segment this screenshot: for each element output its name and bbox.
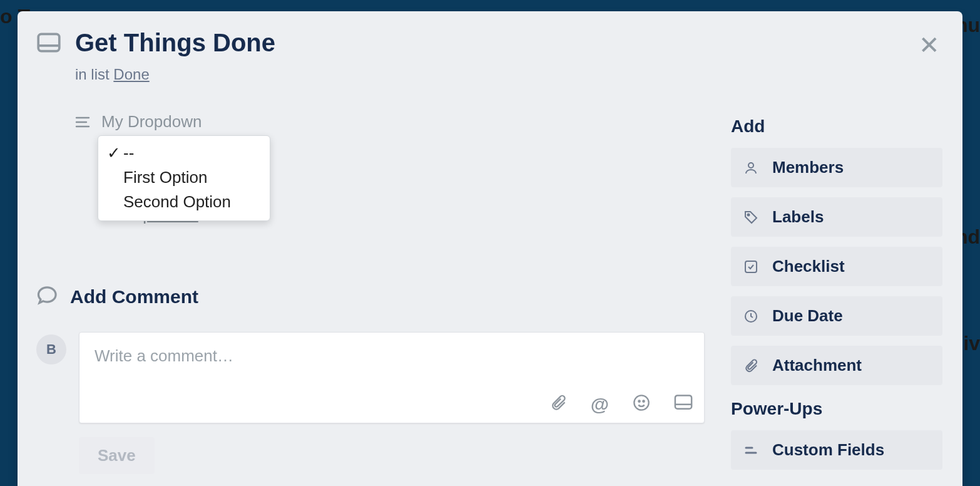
checkmark-icon: ✓	[107, 143, 123, 163]
attachment-icon[interactable]	[549, 394, 567, 415]
sidebar-btn-custom-fields[interactable]: Custom Fields	[731, 430, 942, 470]
comment-icon	[36, 286, 59, 308]
sidebar-btn-attachment[interactable]: Attachment	[731, 346, 942, 385]
card-modal: Get Things Done in list Done My Dropdown…	[18, 11, 962, 486]
sidebar-btn-label: Checklist	[772, 257, 845, 276]
add-comment-title: Add Comment	[70, 286, 198, 308]
sidebar-powerups-title: Power-Ups	[731, 399, 942, 419]
dropdown-option-second[interactable]: Second Option	[98, 190, 270, 214]
svg-point-11	[748, 214, 750, 215]
sidebar-btn-due-date[interactable]: Due Date	[731, 296, 942, 336]
svg-rect-8	[675, 395, 692, 408]
custom-field-label: My Dropdown	[101, 112, 202, 132]
add-comment-section: Add Comment B Write a comment… @	[36, 286, 731, 474]
sidebar-btn-label: Members	[772, 158, 844, 177]
dropdown-popover: ✓ -- First Option Second Option	[98, 135, 270, 221]
sidebar-btn-label: Due Date	[772, 306, 843, 326]
card-header: Get Things Done	[36, 29, 731, 57]
card-icon	[36, 33, 61, 53]
comment-input[interactable]: Write a comment… @	[79, 332, 705, 423]
attachment-icon	[743, 358, 758, 373]
main-column: Get Things Done in list Done My Dropdown…	[18, 11, 731, 486]
list-link[interactable]: Done	[113, 66, 149, 83]
card-title[interactable]: Get Things Done	[75, 29, 275, 57]
dropdown-option-label: First Option	[123, 168, 207, 187]
checklist-icon	[743, 259, 758, 274]
user-icon	[743, 160, 758, 175]
avatar[interactable]: B	[36, 334, 66, 364]
comment-toolbar: @	[549, 394, 693, 415]
svg-point-10	[748, 163, 753, 168]
sidebar-btn-label: Labels	[772, 207, 824, 227]
dropdown-option-label: Second Option	[123, 192, 231, 212]
tag-icon	[743, 210, 758, 225]
emoji-icon[interactable]	[633, 394, 650, 415]
side-column: ✕ Add Members Labels Checklist Due Date …	[731, 11, 962, 486]
custom-field-row[interactable]: My Dropdown	[75, 112, 731, 132]
svg-rect-0	[38, 34, 59, 51]
sidebar-btn-label: Custom Fields	[772, 440, 884, 460]
sidebar-btn-label: Attachment	[772, 356, 862, 375]
list-lines-icon	[75, 116, 90, 128]
card-ref-icon[interactable]	[674, 394, 693, 415]
dropdown-option-none[interactable]: ✓ --	[98, 141, 270, 165]
comment-placeholder: Write a comment…	[94, 346, 233, 366]
bg-text: iv	[963, 332, 980, 355]
mention-icon[interactable]: @	[591, 394, 609, 415]
fields-icon	[743, 443, 758, 458]
sidebar-btn-members[interactable]: Members	[731, 148, 942, 187]
svg-point-5	[634, 395, 648, 410]
sidebar-btn-labels[interactable]: Labels	[731, 197, 942, 237]
sidebar-add-title: Add	[731, 116, 942, 137]
close-icon[interactable]: ✕	[919, 33, 940, 58]
in-list-prefix: in list	[75, 66, 113, 83]
dropdown-option-label: --	[123, 143, 134, 163]
dropdown-option-first[interactable]: First Option	[98, 165, 270, 190]
save-comment-button[interactable]: Save	[79, 437, 155, 474]
svg-point-7	[643, 401, 644, 402]
svg-rect-12	[745, 261, 757, 272]
in-list-text: in list Done	[75, 66, 731, 83]
sidebar-btn-checklist[interactable]: Checklist	[731, 247, 942, 286]
svg-point-6	[638, 401, 640, 402]
clock-icon	[743, 309, 758, 324]
